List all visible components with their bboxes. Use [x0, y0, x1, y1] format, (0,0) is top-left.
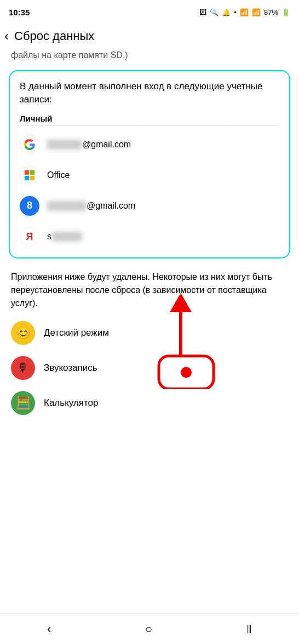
dot-icon: • [234, 8, 237, 16]
yandex-account-text: sxxxxxxx [47, 232, 82, 242]
calc-app-icon: 🧮 [11, 391, 35, 415]
nav-bar: ‹ ○ ⫴ [0, 613, 299, 644]
page-header: ‹ Сброс данных [0, 24, 299, 50]
office-account-text: Office [47, 170, 70, 180]
app-item-calc: 🧮 Калькулятор [0, 386, 299, 421]
status-icons: 🖼 🔍 🔔 • 📶 📶 87% 🔋 [199, 8, 290, 16]
nav-recent-button[interactable]: ⫴ [233, 618, 265, 641]
status-time: 10:35 [9, 8, 30, 17]
yandex-icon: Я [20, 227, 39, 246]
rec-app-icon: 🎙 [11, 356, 35, 380]
search-icon: 🔍 [210, 8, 219, 16]
account-item-yandex: Я sxxxxxxx [20, 221, 279, 252]
app-name-kids: Детский режим [44, 327, 109, 338]
app-item-kids: 😊 Детский режим [0, 315, 299, 350]
nav-back-button[interactable]: ‹ [34, 618, 64, 641]
sound-icon: 🔔 [222, 8, 231, 16]
google-icon [20, 135, 39, 154]
wifi-icon: 📶 [240, 8, 249, 16]
svg-rect-0 [25, 170, 29, 174]
account-item-google: xxxxxxxx@gmail.com [20, 129, 279, 160]
notification-icon: 🖼 [199, 8, 206, 16]
section-label: Личный [20, 114, 279, 126]
svg-rect-2 [25, 176, 29, 180]
app-name-rec: Звукозапись [44, 363, 97, 373]
app-name-calc: Калькулятор [44, 398, 99, 409]
svg-rect-3 [30, 176, 34, 180]
card-title: В данный момент выполнен вход в следующи… [20, 80, 279, 106]
app-item-rec: 🎙 Звукозапись [0, 350, 299, 386]
accounts-card: В данный момент выполнен вход в следующи… [9, 70, 290, 258]
signal-icon: 📶 [252, 8, 261, 16]
partial-top-text: файлы на карте памяти SD.) [0, 50, 299, 66]
battery-icon: 🔋 [281, 8, 290, 16]
gmail2-icon: 8 [20, 196, 39, 216]
back-button[interactable]: ‹ [4, 28, 9, 44]
battery-text: 87% [264, 8, 278, 16]
account-item-office: Office [20, 160, 279, 191]
info-text: Приложения ниже будут удалены. Некоторые… [0, 263, 299, 315]
gmail2-account-text: xxxxxxxxx@gmail.com [47, 201, 135, 211]
google-account-text: xxxxxxxx@gmail.com [47, 140, 131, 150]
status-bar: 10:35 🖼 🔍 🔔 • 📶 📶 87% 🔋 [0, 0, 299, 24]
account-item-gmail2: 8 xxxxxxxxx@gmail.com [20, 191, 279, 221]
page-title: Сброс данных [14, 29, 94, 43]
office-icon [20, 165, 39, 185]
kids-app-icon: 😊 [11, 321, 35, 345]
nav-home-button[interactable]: ○ [132, 618, 165, 641]
svg-rect-1 [30, 170, 34, 174]
